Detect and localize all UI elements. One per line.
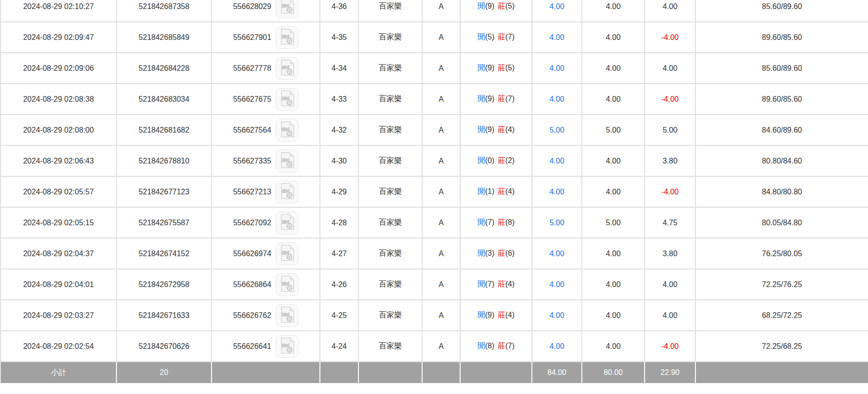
bet-amount-link[interactable]: 4.00 — [532, 0, 582, 22]
bet-amount-link[interactable]: 4.00 — [532, 269, 582, 300]
round-number: 4-25 — [320, 300, 358, 331]
round-number: 4-36 — [320, 0, 358, 22]
video-replay-button[interactable] — [276, 273, 299, 296]
game-round-id-cell: 556627335 — [212, 145, 320, 176]
game-result: 閒(9)莊(5) — [460, 0, 532, 22]
player-label: 閒 — [477, 2, 485, 10]
bet-amount-link[interactable]: 4.00 — [532, 331, 582, 362]
banker-label: 莊 — [498, 280, 505, 288]
bet-amount-link[interactable]: 4.00 — [532, 22, 582, 53]
banker-score: (5) — [505, 64, 515, 72]
subtotal-row: 小計 20 84.00 80.00 22.90 — [0, 362, 868, 383]
bet-amount-link[interactable]: 4.00 — [532, 53, 582, 84]
video-replay-button[interactable] — [276, 88, 299, 111]
game-name: 百家樂 — [358, 176, 422, 207]
game-name: 百家樂 — [358, 22, 422, 53]
table-row: 2024-08-29 02:04:37 521842674152 5566269… — [0, 238, 868, 269]
game-result: 閒(1)莊(4) — [460, 176, 532, 207]
video-replay-button[interactable] — [276, 119, 299, 142]
balance-before-after: 76.25/80.05 — [695, 238, 868, 269]
game-round-id-cell: 556626762 — [212, 300, 320, 331]
bet-amount-link[interactable]: 4.00 — [532, 84, 582, 115]
table-code: A — [422, 22, 460, 53]
game-name: 百家樂 — [358, 115, 422, 145]
table-row: 2024-08-29 02:06:43 521842678810 5566273… — [0, 145, 868, 176]
valid-bet-amount: 4.00 — [582, 269, 645, 300]
video-replay-button[interactable] — [276, 242, 299, 265]
subtotal-count: 20 — [116, 362, 212, 383]
subtotal-label: 小計 — [0, 362, 116, 383]
game-round-id: 556627092 — [233, 219, 271, 227]
table-row: 2024-08-29 02:09:06 521842684228 5566277… — [0, 53, 868, 84]
round-number: 4-33 — [320, 84, 358, 115]
banker-score: (7) — [505, 33, 515, 41]
video-replay-button[interactable] — [276, 26, 299, 49]
game-name: 百家樂 — [358, 331, 422, 362]
bet-time: 2024-08-29 02:10:27 — [0, 0, 116, 22]
balance-before-after: 84.60/89.60 — [695, 115, 868, 145]
video-file-icon — [280, 90, 294, 108]
valid-bet-amount: 4.00 — [582, 238, 645, 269]
banker-label: 莊 — [498, 2, 505, 10]
table-code: A — [422, 53, 460, 84]
video-file-icon — [280, 59, 294, 77]
player-label: 閒 — [477, 156, 485, 164]
subtotal-empty-result — [460, 362, 532, 383]
player-label: 閒 — [477, 187, 485, 195]
banker-score: (4) — [505, 311, 515, 319]
bet-amount-link[interactable]: 4.00 — [532, 238, 582, 269]
win-loss-amount: -4.00 — [645, 176, 695, 207]
round-number: 4-30 — [320, 145, 358, 176]
bet-id: 521842672958 — [116, 269, 212, 300]
balance-before-after: 84.80/80.80 — [695, 176, 868, 207]
game-result: 閒(9)莊(4) — [460, 115, 532, 145]
video-replay-button[interactable] — [276, 0, 299, 18]
video-replay-button[interactable] — [276, 211, 299, 234]
bet-time: 2024-08-29 02:05:15 — [0, 207, 116, 238]
table-row: 2024-08-29 02:09:47 521842685849 5566279… — [0, 22, 868, 53]
valid-bet-amount: 4.00 — [582, 84, 645, 115]
game-round-id-cell: 556626641 — [212, 331, 320, 362]
player-score: (9) — [485, 95, 494, 103]
player-score: (7) — [485, 280, 494, 288]
win-loss-amount: 4.00 — [645, 53, 695, 84]
player-score: (7) — [485, 218, 494, 226]
game-round-id-cell: 556627675 — [212, 84, 320, 115]
game-round-id-cell: 556626974 — [212, 238, 320, 269]
table-code: A — [422, 269, 460, 300]
game-round-id-cell: 556626864 — [212, 269, 320, 300]
balance-before-after: 68.25/72.25 — [695, 300, 868, 331]
bet-time: 2024-08-29 02:04:37 — [0, 238, 116, 269]
banker-score: (8) — [505, 218, 515, 226]
game-result: 閒(7)莊(4) — [460, 269, 532, 300]
video-replay-button[interactable] — [276, 150, 299, 173]
bet-amount-link[interactable]: 5.00 — [532, 115, 582, 145]
bet-amount-link[interactable]: 4.00 — [532, 176, 582, 207]
game-name: 百家樂 — [358, 145, 422, 176]
subtotal-valid-total: 80.00 — [582, 362, 645, 383]
win-loss-amount: -4.00 — [645, 84, 695, 115]
video-replay-button[interactable] — [276, 181, 299, 203]
video-replay-button[interactable] — [276, 335, 299, 358]
banker-score: (7) — [505, 342, 515, 350]
balance-before-after: 85.60/89.60 — [695, 53, 868, 84]
bet-rows: 2024-08-29 02:10:27 521842687358 5566280… — [0, 0, 868, 362]
table-code: A — [422, 0, 460, 22]
win-loss-amount: 5.00 — [645, 115, 695, 145]
bet-amount-link[interactable]: 4.00 — [532, 300, 582, 331]
video-replay-button[interactable] — [276, 57, 299, 80]
balance-before-after: 72.25/76.25 — [695, 269, 868, 300]
player-score: (9) — [485, 311, 494, 319]
bet-amount-link[interactable]: 5.00 — [532, 207, 582, 238]
round-number: 4-28 — [320, 207, 358, 238]
bet-time: 2024-08-29 02:08:00 — [0, 115, 116, 145]
banker-label: 莊 — [498, 156, 505, 164]
bet-id: 521842677123 — [116, 176, 212, 207]
game-name: 百家樂 — [358, 238, 422, 269]
game-round-id: 556627675 — [233, 95, 271, 104]
bet-amount-link[interactable]: 4.00 — [532, 145, 582, 176]
banker-label: 莊 — [498, 33, 505, 41]
round-number: 4-32 — [320, 115, 358, 145]
video-replay-button[interactable] — [276, 304, 299, 327]
game-round-id-cell: 556627092 — [212, 207, 320, 238]
